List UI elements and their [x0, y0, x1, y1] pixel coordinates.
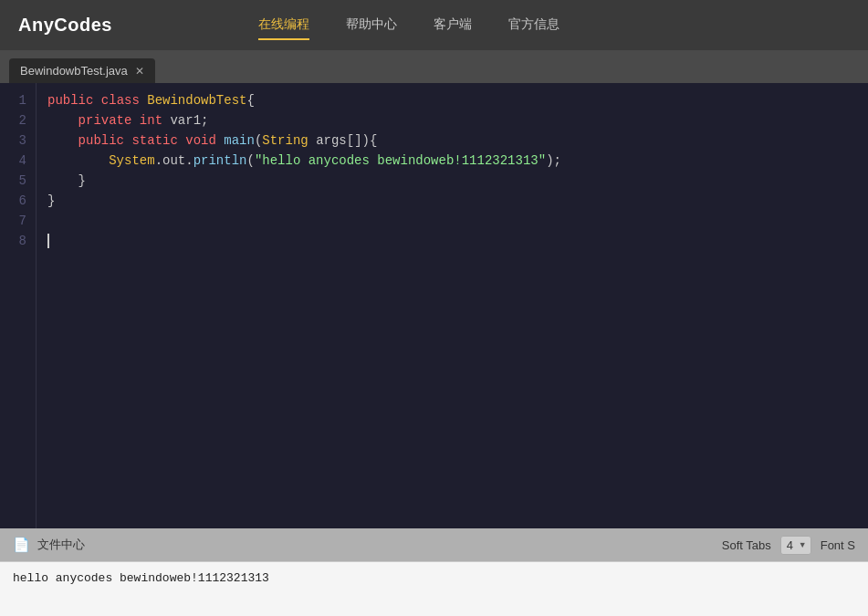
code-line [47, 231, 857, 251]
tab-bar: BewindowbTest.java ✕ [0, 50, 868, 83]
code-line [47, 211, 857, 231]
tabs-select[interactable]: 4 2 8 [780, 536, 811, 555]
line-number: 5 [7, 171, 26, 191]
nav-item-online-coding[interactable]: 在线编程 [258, 11, 309, 40]
editor-area[interactable]: 1 2 3 4 5 6 7 8 public class BewindowbTe… [0, 83, 868, 528]
code-line: private int var1; [47, 110, 857, 131]
nav-item-client[interactable]: 客户端 [434, 11, 472, 40]
code-line: System.out.println("hello anycodes bewin… [47, 151, 857, 171]
code-line: public class BewindowbTest{ [47, 90, 857, 110]
file-center-label: 文件中心 [37, 537, 85, 553]
nav-item-help[interactable]: 帮助中心 [346, 11, 397, 40]
output-text: hello anycodes bewindoweb!1112321313 [13, 571, 269, 585]
code-line: } [47, 191, 857, 211]
file-icon: 📄 [13, 537, 30, 553]
file-center[interactable]: 📄 文件中心 [13, 537, 85, 553]
line-numbers: 1 2 3 4 5 6 7 8 [0, 83, 37, 528]
line-number: 4 [7, 151, 26, 171]
status-bar: 📄 文件中心 Soft Tabs 4 2 8 Font S [0, 528, 868, 561]
header: AnyCodes 在线编程 帮助中心 客户端 官方信息 [0, 0, 868, 50]
nav-item-official[interactable]: 官方信息 [508, 11, 559, 40]
line-number: 3 [7, 131, 26, 151]
logo: AnyCodes [18, 15, 112, 36]
code-line: } [47, 171, 857, 191]
line-number: 8 [7, 231, 26, 251]
tab-bewindowbtest[interactable]: BewindowbTest.java ✕ [9, 58, 155, 83]
code-content[interactable]: public class BewindowbTest{ private int … [37, 83, 868, 528]
nav: 在线编程 帮助中心 客户端 官方信息 [258, 11, 559, 40]
status-right: Soft Tabs 4 2 8 Font S [722, 536, 855, 555]
output-area: hello anycodes bewindoweb!1112321313 [0, 561, 868, 616]
line-number: 1 [7, 90, 26, 110]
tabs-select-wrapper: 4 2 8 [780, 536, 811, 555]
line-number: 7 [7, 211, 26, 231]
text-cursor [47, 234, 49, 248]
soft-tabs-label: Soft Tabs [722, 538, 771, 552]
font-size-label: Font S [821, 538, 855, 552]
line-number: 6 [7, 191, 26, 211]
tab-label: BewindowbTest.java [20, 64, 128, 78]
code-line: public static void main(String args[]){ [47, 131, 857, 151]
tab-close-icon[interactable]: ✕ [135, 66, 144, 77]
line-number: 2 [7, 110, 26, 131]
